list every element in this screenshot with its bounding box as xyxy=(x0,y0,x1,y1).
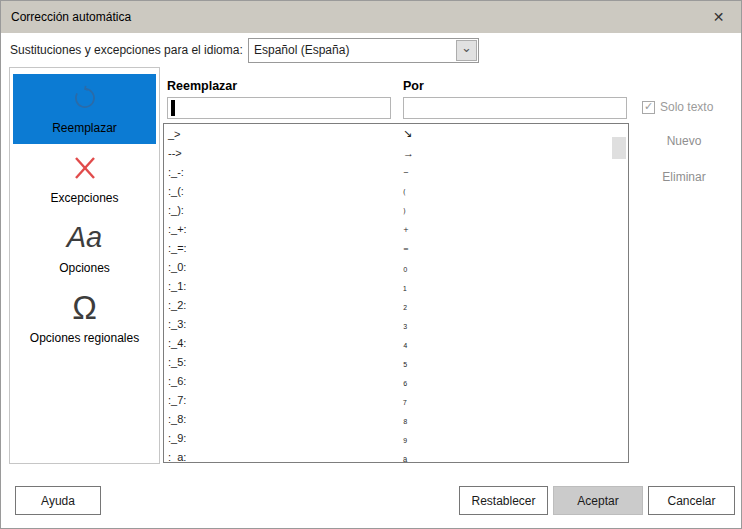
replace-cell: :_-: xyxy=(164,166,403,178)
sidebar-item-excepciones[interactable]: Excepciones xyxy=(13,144,156,214)
table-row[interactable]: :_+:₊ xyxy=(164,219,628,238)
language-combobox[interactable]: Español (España) ⌄ xyxy=(248,38,479,63)
ayuda-button[interactable]: Ayuda xyxy=(15,486,101,515)
table-row[interactable]: :_7:₇ xyxy=(164,390,628,409)
replace-input[interactable] xyxy=(167,97,391,119)
red-cross-icon xyxy=(13,144,156,191)
replace-cell: --> xyxy=(164,147,403,159)
with-cell: ₆ xyxy=(403,375,407,387)
replace-cell: :_a: xyxy=(164,451,403,463)
dialog-title: Corrección automática xyxy=(11,1,131,33)
with-cell: ₅ xyxy=(403,356,407,368)
with-cell: ₂ xyxy=(403,299,407,311)
omega-icon: Ω xyxy=(13,284,156,331)
with-cell: ₍ xyxy=(403,184,406,197)
with-cell: ₉ xyxy=(403,432,407,444)
replace-cell: :_8: xyxy=(164,413,403,425)
table-row[interactable]: -->→ xyxy=(164,143,628,162)
with-cell: ₁ xyxy=(403,280,407,292)
table-row[interactable]: :_1:₁ xyxy=(164,276,628,295)
with-cell: ₃ xyxy=(403,318,407,330)
with-cell: ↘ xyxy=(403,127,412,140)
text-caret xyxy=(171,100,175,116)
with-column-header: Por xyxy=(403,79,424,93)
table-row[interactable]: :_3:₃ xyxy=(164,314,628,333)
replace-cell: :_7: xyxy=(164,394,403,406)
replace-cell: :_1: xyxy=(164,280,403,292)
replace-cell: :_2: xyxy=(164,299,403,311)
with-cell: ₀ xyxy=(403,261,408,273)
table-row[interactable]: _>↘ xyxy=(164,124,628,143)
replace-cell: :_=: xyxy=(164,242,403,254)
nuevo-button[interactable]: Nuevo xyxy=(634,134,734,148)
eliminar-button[interactable]: Eliminar xyxy=(634,170,734,184)
checkbox-box[interactable]: ✓ xyxy=(642,101,655,114)
with-input[interactable] xyxy=(403,97,627,119)
title-bar: Corrección automática ✕ xyxy=(1,1,741,33)
replace-column-header: Reemplazar xyxy=(167,79,237,93)
aceptar-button[interactable]: Aceptar xyxy=(553,486,643,515)
close-icon: ✕ xyxy=(713,9,725,25)
sidebar-item-opciones-regionales[interactable]: Ω Opciones regionales xyxy=(13,284,156,354)
with-cell: ₎ xyxy=(403,203,406,216)
table-row[interactable]: :_a:ₐ xyxy=(164,447,628,463)
vertical-scrollbar-thumb[interactable] xyxy=(612,137,626,159)
solo-texto-checkbox[interactable]: ✓ Solo texto xyxy=(642,100,713,114)
replacement-table[interactable]: _>↘-->→:_-:₋:_(:₍:_):₎:_+:₊:_=:₌:_0:₀:_1… xyxy=(163,123,629,463)
with-cell: ₋ xyxy=(403,165,409,178)
sidebar-item-label: Opciones regionales xyxy=(30,331,139,345)
combobox-dropdown-button[interactable]: ⌄ xyxy=(456,40,477,61)
category-sidebar: Reemplazar Excepciones Aa Opciones Ω Opc… xyxy=(9,67,160,464)
sidebar-item-label: Reemplazar xyxy=(52,121,117,135)
replace-cell: :_3: xyxy=(164,318,403,330)
with-cell: ₌ xyxy=(403,241,409,254)
with-cell: ₄ xyxy=(403,337,408,349)
table-row[interactable]: :_9:₉ xyxy=(164,428,628,447)
replace-cell: _> xyxy=(164,128,403,140)
table-row[interactable]: :_8:₈ xyxy=(164,409,628,428)
replace-cell: :_(: xyxy=(164,185,403,197)
replace-cell: :_+: xyxy=(164,223,403,235)
sidebar-item-label: Excepciones xyxy=(50,191,118,205)
sidebar-item-reemplazar[interactable]: Reemplazar xyxy=(13,74,156,144)
with-cell: → xyxy=(403,147,414,159)
sidebar-item-label: Opciones xyxy=(59,261,110,275)
with-cell: ₇ xyxy=(403,394,407,406)
checkmark-icon: ✓ xyxy=(644,101,653,112)
language-label: Sustituciones y excepciones para el idio… xyxy=(10,43,243,57)
refresh-icon xyxy=(13,74,156,121)
replace-table-body: _>↘-->→:_-:₋:_(:₍:_):₎:_+:₊:_=:₌:_0:₀:_1… xyxy=(164,124,628,463)
table-row[interactable]: :_(:₍ xyxy=(164,181,628,200)
sidebar-item-opciones[interactable]: Aa Opciones xyxy=(13,214,156,284)
replace-cell: :_6: xyxy=(164,375,403,387)
restablecer-button[interactable]: Restablecer xyxy=(459,486,548,515)
with-cell: ₊ xyxy=(403,222,409,235)
replace-cell: :_0: xyxy=(164,261,403,273)
close-button[interactable]: ✕ xyxy=(696,1,741,33)
table-row[interactable]: :_4:₄ xyxy=(164,333,628,352)
replace-cell: :_5: xyxy=(164,356,403,368)
table-row[interactable]: :_-:₋ xyxy=(164,162,628,181)
chevron-down-icon: ⌄ xyxy=(461,43,472,53)
replace-cell: :_4: xyxy=(164,337,403,349)
table-row[interactable]: :_6:₆ xyxy=(164,371,628,390)
table-row[interactable]: :_5:₅ xyxy=(164,352,628,371)
with-cell: ₐ xyxy=(403,451,407,463)
autocorrect-dialog: Corrección automática ✕ Sustituciones y … xyxy=(0,0,742,529)
table-row[interactable]: :_2:₂ xyxy=(164,295,628,314)
table-row[interactable]: :_=:₌ xyxy=(164,238,628,257)
aa-letters-icon: Aa xyxy=(13,214,156,261)
table-row[interactable]: :_0:₀ xyxy=(164,257,628,276)
with-cell: ₈ xyxy=(403,413,408,425)
table-row[interactable]: :_):₎ xyxy=(164,200,628,219)
replace-cell: :_9: xyxy=(164,432,403,444)
replace-cell: :_): xyxy=(164,204,403,216)
cancelar-button[interactable]: Cancelar xyxy=(648,486,735,515)
solo-texto-label: Solo texto xyxy=(660,100,713,114)
language-selected-value: Español (España) xyxy=(254,39,349,62)
